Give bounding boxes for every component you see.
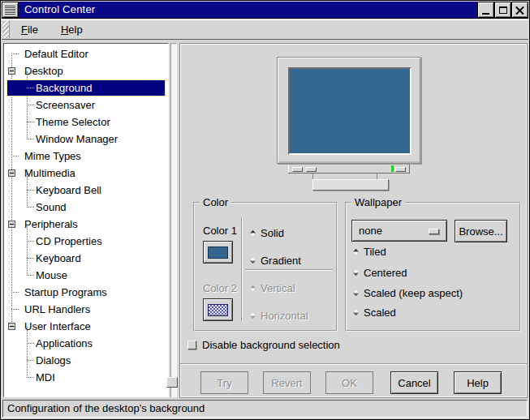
sidebar-item-peripherals[interactable]: Peripherals [4,216,168,233]
radio-unselected-icon [250,257,256,263]
wallpaper-dropdown-value: none [359,225,382,237]
radio-scaled-keep-aspect[interactable]: Scaled (keep aspect) [352,287,463,298]
monitor-preview [277,57,423,208]
radio-centered[interactable]: Centered [352,267,407,278]
close-button[interactable] [511,2,528,18]
tree-item-label: Multimedia [24,167,75,179]
monitor-button-icon [395,167,406,172]
tree-connector [27,105,34,105]
radio-scaled[interactable]: Scaled [352,306,396,318]
radio-gradient[interactable]: Gradient [249,255,301,266]
tree-connector [27,190,34,191]
sidebar-item-default-editor[interactable]: Default Editor [4,45,168,62]
tree-item-label: Dialogs [36,354,71,366]
sidebar-item-startup-programs[interactable]: Startup Programs [4,284,168,301]
pane-divider[interactable] [170,43,177,397]
radio-tiled[interactable]: Tiled [352,246,386,257]
revert-button: Revert [263,371,311,394]
menubar-grip-handle[interactable] [2,21,10,38]
category-tree: Default Editor Desktop Background Screen… [3,43,169,397]
tree-connector [11,156,19,156]
tree-connector [27,343,34,344]
maximize-button[interactable] [494,2,511,18]
tree-item-label: Sound [36,201,67,213]
cancel-button-label: Cancel [398,377,430,389]
statusbar-text: Configuration of the desktop’s backgroun… [7,402,205,414]
try-button-label: Try [217,377,231,389]
background-settings-panel: Color Color 1 Color 2 Solid Gradient Ver [179,43,528,398]
statusbar: Configuration of the desktop’s backgroun… [2,400,528,418]
control-center-window: Control Center File Help De [0,0,530,420]
color1-label: Color 1 [203,225,237,237]
minimize-button[interactable] [477,2,494,18]
collapse-expander-icon[interactable] [8,67,15,75]
tree-item-label: Background [36,82,92,94]
menu-file[interactable]: File [10,20,50,39]
sidebar-item-cd-properties[interactable]: CD Properties [4,233,168,250]
radio-gradient-label: Gradient [261,255,301,267]
tree-item-label: Desktop [24,65,63,77]
sidebar-item-applications[interactable]: Applications [4,335,168,352]
browse-button[interactable]: Browse... [455,220,507,242]
sidebar-item-screensaver[interactable]: Screensaver [4,96,168,114]
wallpaper-dropdown[interactable]: none [351,220,447,242]
menu-help[interactable]: Help [50,20,94,39]
tree-item-label: Startup Programs [24,286,107,298]
tree-item-label: Peripherals [24,218,78,230]
collapse-expander-icon[interactable] [8,221,15,228]
sidebar-item-theme-selector[interactable]: Theme Selector [4,114,168,131]
sidebar-item-multimedia[interactable]: Multimedia [4,165,168,182]
sidebar-item-sound[interactable]: Sound [4,199,168,216]
tree-item-label: Theme Selector [36,116,110,128]
sidebar-item-user-interface[interactable]: User Interface [4,318,168,335]
tree-item-label: Keyboard [36,252,81,264]
sidebar-item-background[interactable]: Background [4,79,168,96]
option-menu-indicator-icon [429,229,439,234]
radio-unselected-icon [353,289,359,295]
horizontal-separator [245,269,333,271]
radio-horizontal: Horizontal [249,310,308,321]
monitor-case [277,57,421,164]
sidebar-item-dialogs[interactable]: Dialogs [4,352,168,369]
tree-connector [27,360,34,361]
color1-swatch-button[interactable] [203,241,233,264]
help-button-label: Help [467,377,489,389]
tree-item-label: MDI [36,371,55,384]
collapse-expander-icon[interactable] [8,323,15,330]
tree-connector [27,275,34,276]
action-area-separator [180,363,527,365]
pane-resize-handle[interactable] [166,377,178,388]
tree-item-label: Applications [36,337,93,349]
monitor-screen-preview [288,67,412,155]
sidebar-item-keyboard[interactable]: Keyboard [4,250,168,267]
radio-centered-label: Centered [364,267,407,279]
sidebar-item-mime-types[interactable]: Mime Types [4,148,168,165]
cancel-button[interactable]: Cancel [390,371,438,394]
window-menu-button[interactable] [2,2,19,18]
power-led-icon [391,165,394,172]
disable-background-checkbox[interactable] [187,341,196,349]
sidebar-item-window-manager[interactable]: Window Manager [4,131,168,148]
color-section: Color Color 1 Color 2 Solid Gradient Ver [193,202,338,332]
sidebar-item-url-handlers[interactable]: URL Handlers [4,301,168,318]
menu-help-label: Help [61,24,83,36]
radio-horizontal-label: Horizontal [261,310,308,322]
help-button[interactable]: Help [454,371,502,394]
sidebar-item-mdi[interactable]: MDI [4,369,168,386]
browse-button-label: Browse... [459,225,502,238]
sidebar-item-desktop[interactable]: Desktop [4,62,168,79]
tree-connector [27,207,34,208]
radio-scaled-label: Scaled [364,306,396,319]
sidebar-item-mouse[interactable]: Mouse [4,267,168,284]
radio-vertical-label: Vertical [261,282,295,294]
ok-button-label: OK [342,377,357,389]
titlebar[interactable]: Control Center [2,2,528,19]
sidebar-item-keyboard-bell[interactable]: Keyboard Bell [4,182,168,199]
radio-solid[interactable]: Solid [249,227,284,238]
minimize-icon [482,13,489,15]
tree-connector [27,258,34,259]
radio-scaled-keep-aspect-label: Scaled (keep aspect) [364,287,463,299]
monitor-stand [312,174,313,179]
maximize-icon [499,6,507,14]
collapse-expander-icon[interactable] [8,169,15,177]
